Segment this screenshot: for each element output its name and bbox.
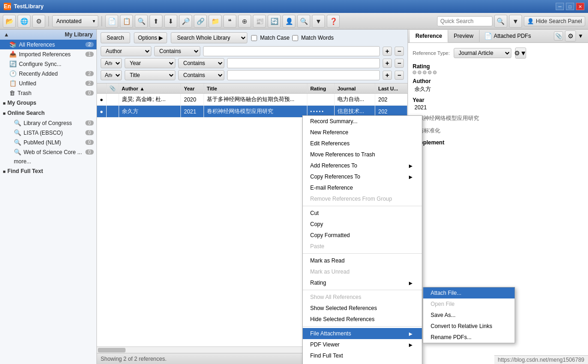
ref-type-gear[interactable]: ⚙▼	[515, 48, 526, 59]
ctx-file-attachments[interactable]: File Attachments ▶	[303, 328, 422, 339]
quick-search-btn[interactable]: 🔍	[494, 15, 507, 28]
my-groups-header[interactable]: ■ My Groups	[0, 98, 96, 108]
tab-preview[interactable]: Preview	[448, 30, 480, 42]
import-button[interactable]: 📋	[120, 15, 133, 28]
person-button[interactable]: 👤	[282, 15, 295, 28]
online-button[interactable]: 🌐	[18, 15, 30, 28]
search-online-button[interactable]: 🔍	[135, 15, 148, 28]
col-year[interactable]: Year	[181, 84, 204, 94]
ctx-record-summary[interactable]: Record Summary...	[303, 116, 422, 127]
options-button[interactable]: Options ▶	[134, 32, 167, 43]
search-options-btn[interactable]: ▼	[509, 15, 522, 28]
sidebar-item-loc[interactable]: 🔍 Library of Congress 0	[0, 118, 96, 128]
ref-type-dropdown[interactable]: Journal Article	[454, 48, 511, 58]
search-value-2[interactable]	[227, 58, 380, 68]
sub-ctx-attach-file[interactable]: Attach File...	[423, 287, 515, 298]
search-button[interactable]: Search	[101, 32, 130, 43]
ctx-add-to[interactable]: Add References To ▶	[303, 160, 422, 171]
ctx-cut[interactable]: Cut	[303, 208, 422, 219]
ctx-move-trash[interactable]: Move References to Trash	[303, 149, 422, 160]
sidebar-item-pubmed[interactable]: 🔍 PubMed (NLM) 0	[0, 137, 96, 147]
close-button[interactable]: ✕	[576, 3, 584, 10]
match-words-checkbox[interactable]	[292, 35, 298, 41]
sidebar-item-recently-added[interactable]: 🕐 Recently Added 2	[0, 69, 96, 78]
scrollbar-thumb[interactable]	[98, 348, 126, 352]
add-row-button-2[interactable]: +	[383, 59, 392, 68]
ctx-copy-formatted[interactable]: Copy Formatted	[303, 230, 422, 241]
ctx-edit-references[interactable]: Edit References	[303, 138, 422, 149]
help-button[interactable]: ❓	[327, 15, 340, 28]
ctx-show-selected[interactable]: Show Selected References	[303, 303, 422, 314]
sidebar-item-sync[interactable]: 🔄 Configure Sync...	[0, 59, 96, 69]
sub-ctx-rename-pdfs[interactable]: Rename PDFs...	[423, 332, 515, 343]
new-ref-button[interactable]: 📄	[105, 15, 118, 28]
folder-button[interactable]: 📁	[209, 15, 222, 28]
tab-reference[interactable]: Reference	[410, 30, 448, 42]
my-library-header[interactable]: ▲ My Library	[0, 30, 96, 40]
ctx-copy[interactable]: Copy	[303, 219, 422, 230]
download-up-button[interactable]: ⬆	[150, 15, 162, 28]
rating-dot-2[interactable]	[418, 71, 421, 74]
col-journal[interactable]: Journal	[335, 84, 375, 94]
panel-menu-button[interactable]: ▼	[578, 33, 583, 39]
search-scope-dropdown[interactable]: Search Whole Library	[171, 32, 247, 43]
sidebar-item-lista[interactable]: 🔍 LISTA (EBSCO) 0	[0, 128, 96, 137]
ctx-find-full-text[interactable]: Find Full Text	[303, 350, 422, 361]
sub-ctx-convert-links[interactable]: Convert to Relative Links	[423, 321, 515, 332]
maximize-button[interactable]: □	[566, 3, 574, 10]
contains-dropdown-2[interactable]: Contains	[178, 58, 224, 68]
minimize-button[interactable]: ─	[556, 3, 564, 10]
link-button[interactable]: 🔗	[194, 15, 207, 28]
field-dropdown-2[interactable]: Year	[125, 58, 175, 68]
hide-panel-button[interactable]: 👤 Hide Search Panel	[524, 16, 585, 26]
online-search-header[interactable]: ■ Online Search	[0, 108, 96, 118]
add-row-button-3[interactable]: +	[383, 71, 392, 80]
ctx-pdf-viewer[interactable]: PDF Viewer ▶	[303, 339, 422, 350]
match-case-checkbox[interactable]	[251, 35, 257, 41]
download-down-button[interactable]: ⬇	[164, 15, 177, 28]
add-row-button-1[interactable]: +	[383, 47, 392, 56]
remove-row-button-2[interactable]: −	[395, 59, 404, 68]
conjunction-dropdown-2[interactable]: And	[101, 58, 122, 68]
table-row[interactable]: ● 庞昊; 高金峰; 杜... 2020 基于多神经网络融合的短期负荷预... …	[97, 94, 408, 106]
field-dropdown-1[interactable]: Author	[101, 46, 151, 56]
quote-button[interactable]: ❝	[223, 15, 236, 28]
rating-dot-4[interactable]	[428, 71, 432, 74]
ctx-find-updates[interactable]: Find Reference Updates...	[303, 361, 422, 364]
dropdown2-button[interactable]: ▼	[312, 15, 325, 28]
sidebar-item-unfiled[interactable]: 📋 Unfiled 2	[0, 78, 96, 88]
search-value-3[interactable]	[227, 70, 380, 80]
ctx-copy-to[interactable]: Copy References To ▶	[303, 171, 422, 182]
contains-dropdown-1[interactable]: Contains	[154, 46, 200, 56]
merge-button[interactable]: ⊕	[238, 15, 251, 28]
sidebar-item-more[interactable]: more...	[0, 157, 96, 166]
quick-search-input[interactable]	[437, 16, 492, 26]
sync2-button[interactable]: 🔄	[268, 15, 281, 28]
rating-dot-3[interactable]	[423, 71, 426, 74]
rating-dot-5[interactable]	[433, 71, 437, 74]
ctx-mark-read[interactable]: Mark as Read	[303, 255, 422, 266]
sync-button[interactable]: ⚙	[32, 15, 45, 28]
sidebar-item-all-references[interactable]: 📚 All References 2	[0, 40, 96, 49]
paperclip-button[interactable]: 📎	[554, 31, 563, 41]
conjunction-dropdown-3[interactable]: And	[101, 70, 122, 80]
col-title[interactable]: Title	[204, 84, 307, 94]
sidebar-item-trash[interactable]: 🗑 Trash 0	[0, 88, 96, 98]
ctx-new-reference[interactable]: New Reference	[303, 127, 422, 138]
ctx-rating[interactable]: Rating ▶	[303, 277, 422, 288]
col-author[interactable]: Author ▲	[119, 84, 181, 94]
contains-dropdown-3[interactable]: Contains	[178, 70, 224, 80]
ctx-email[interactable]: E-mail Reference	[303, 182, 422, 193]
style-dropdown[interactable]: Annotated ▼	[52, 15, 98, 27]
remove-row-button-3[interactable]: −	[395, 71, 404, 80]
gear-button[interactable]: ⚙	[565, 30, 576, 42]
search-value-1[interactable]	[203, 46, 380, 56]
col-rating[interactable]: Rating	[307, 84, 335, 94]
sidebar-item-imported[interactable]: 📥 Imported References 1	[0, 49, 96, 59]
tab-attached-pdfs[interactable]: 📄 Attached PDFs	[480, 30, 536, 42]
sidebar-item-wos[interactable]: 🔍 Web of Science Core ... 0	[0, 147, 96, 157]
sub-ctx-save-as[interactable]: Save As...	[423, 310, 515, 321]
remove-row-button-1[interactable]: −	[395, 47, 404, 56]
col-last-updated[interactable]: Last U...	[375, 84, 408, 94]
search2-button[interactable]: 🔍	[297, 15, 310, 28]
